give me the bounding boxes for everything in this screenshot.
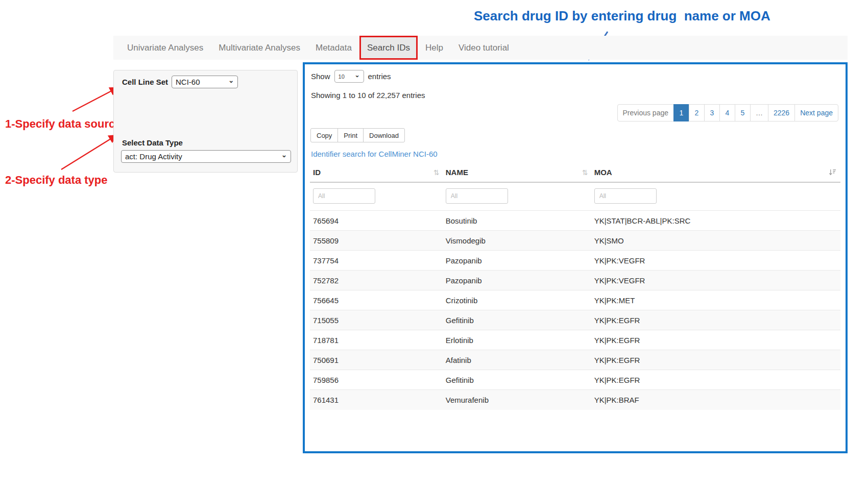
page-button[interactable]: 2226 [768, 104, 795, 121]
page-button[interactable]: … [750, 104, 768, 121]
table-row[interactable]: 715055 Gefitinib YK|PK:EGFR [310, 310, 840, 330]
cell-moa: YK|PK:EGFR [591, 310, 840, 330]
annotation-step1: 1-Specify data source [5, 117, 121, 131]
table-row[interactable]: 737754 Pazopanib YK|PK:VEGFR [310, 251, 840, 271]
table-row[interactable]: 718781 Erlotinib YK|PK:EGFR [310, 330, 840, 350]
chevron-down-icon: ⌄ [354, 72, 359, 78]
red-arrow-2-icon [58, 130, 122, 174]
nav-tab-label: Metadata [316, 43, 352, 53]
column-header-id[interactable]: ID ⇅ [310, 164, 443, 182]
table-row[interactable]: 759856 Gefitinib YK|PK:EGFR [310, 370, 840, 390]
tutorial-title: Search drug ID by entering drug name or … [474, 8, 770, 24]
nav-tab[interactable]: Help [418, 36, 451, 60]
show-label: Show [311, 72, 330, 81]
nav-tab-label: Univariate Analyses [127, 43, 203, 53]
nav-tab[interactable]: Univariate Analyses [119, 36, 211, 60]
cell-id: 750691 [310, 350, 443, 370]
nav-tab-label: Search IDs [367, 43, 410, 53]
nav-tab[interactable]: Multivariate Analyses [211, 36, 308, 60]
sort-icon[interactable]: ⇅ [582, 168, 588, 177]
table-row[interactable]: 756645 Crizotinib YK|PK:MET [310, 290, 840, 310]
entries-label: entries [368, 72, 391, 81]
data-type-select[interactable]: act: Drug Activity ⌄ [121, 150, 291, 163]
cell-name: Vemurafenib [443, 390, 591, 410]
cell-id: 737754 [310, 251, 443, 271]
moa-filter-input[interactable] [594, 188, 657, 204]
cell-moa: YK|PK:EGFR [591, 330, 840, 350]
nav-tab-label: Help [425, 43, 443, 53]
sort-icon[interactable]: ⇅ [433, 168, 440, 177]
chevron-down-icon: ⌄ [228, 78, 234, 83]
cell-id: 759856 [310, 370, 443, 390]
page-length-select[interactable]: 10 ⌄ [334, 70, 364, 83]
cell-name: Crizotinib [443, 290, 591, 310]
pagination: Previous page 1 2 3 4 5 … 2226 Next page [310, 104, 840, 121]
cell-name: Erlotinib [443, 330, 591, 350]
annotation-step2: 2-Specify data type [5, 174, 108, 187]
header-row: ID ⇅ NAME ⇅ MOA [310, 164, 840, 182]
cell-moa: YK|PK:BRAF [591, 390, 840, 410]
cell-id: 752782 [310, 271, 443, 290]
sort-amount-icon[interactable] [829, 168, 836, 176]
export-button[interactable]: Download [363, 128, 405, 142]
search-ids-panel: Show 10 ⌄ entries Showing 1 to 10 of 22,… [303, 62, 848, 453]
cell-id: 765694 [310, 211, 443, 231]
page-button[interactable]: Previous page [617, 104, 674, 121]
cell-id: 715055 [310, 310, 443, 330]
page-button[interactable]: 4 [719, 104, 735, 121]
cell-line-set-value: NCI-60 [176, 78, 200, 86]
table-info: Showing 1 to 10 of 22,257 entries [311, 91, 840, 100]
page-button[interactable]: Next page [794, 104, 838, 121]
export-toolbar: Copy Print Download [311, 128, 840, 142]
nav-tab-label: Video tutorial [459, 43, 509, 53]
nav-tab[interactable]: Video tutorial [451, 36, 517, 60]
column-header-id-label: ID [313, 168, 321, 177]
table-row[interactable]: 761431 Vemurafenib YK|PK:BRAF [310, 390, 840, 410]
chevron-down-icon: ⌄ [281, 153, 287, 158]
nav-tab-label: Multivariate Analyses [219, 43, 300, 53]
id-filter-input[interactable] [313, 188, 375, 204]
identifier-search-link[interactable]: Identifier search for CellMiner NCI-60 [311, 150, 438, 158]
cell-moa: YK|STAT|BCR-ABL|PK:SRC [591, 211, 840, 231]
table-row[interactable]: 750691 Afatinib YK|PK:EGFR [310, 350, 840, 370]
page-button[interactable]: 3 [704, 104, 720, 121]
cell-name: Vismodegib [443, 231, 591, 251]
filter-row [310, 182, 840, 211]
export-button[interactable]: Print [337, 128, 364, 142]
cell-moa: YK|PK:EGFR [591, 350, 840, 370]
results-table: ID ⇅ NAME ⇅ MOA [310, 164, 840, 410]
data-type-value: act: Drug Activity [125, 152, 182, 161]
cell-moa: YK|PK:VEGFR [591, 251, 840, 271]
page-length-value: 10 [339, 74, 345, 80]
cell-id: 755809 [310, 231, 443, 251]
cell-moa: YK|PK:MET [591, 290, 840, 310]
cell-name: Afatinib [443, 350, 591, 370]
cell-line-set-select[interactable]: NCI-60 ⌄ [172, 76, 238, 88]
column-header-name-label: NAME [446, 168, 468, 177]
cell-moa: YK|SMO [591, 231, 840, 251]
data-type-label: Select Data Type [122, 138, 183, 147]
table-row[interactable]: 755809 Vismodegib YK|SMO [310, 231, 840, 251]
top-navbar: Univariate Analyses Multivariate Analyse… [113, 36, 848, 60]
nav-tab[interactable]: Metadata [308, 36, 359, 60]
cell-id: 761431 [310, 390, 443, 410]
page-button[interactable]: 2 [689, 104, 705, 121]
cell-id: 756645 [310, 290, 443, 310]
cell-name: Pazopanib [443, 251, 591, 271]
column-header-moa[interactable]: MOA [591, 164, 840, 182]
cell-moa: YK|PK:EGFR [591, 370, 840, 390]
nav-tab[interactable]: Search IDs [359, 36, 418, 60]
cell-name: Gefitinib [443, 370, 591, 390]
page-button[interactable]: 1 [673, 104, 689, 121]
cell-moa: YK|PK:VEGFR [591, 271, 840, 290]
cell-name: Pazopanib [443, 271, 591, 290]
name-filter-input[interactable] [446, 188, 508, 204]
cell-name: Gefitinib [443, 310, 591, 330]
table-row[interactable]: 752782 Pazopanib YK|PK:VEGFR [310, 271, 840, 290]
cell-id: 718781 [310, 330, 443, 350]
table-row[interactable]: 765694 Bosutinib YK|STAT|BCR-ABL|PK:SRC [310, 211, 840, 231]
page-button[interactable]: 5 [735, 104, 751, 121]
export-button[interactable]: Copy [310, 128, 338, 142]
column-header-name[interactable]: NAME ⇅ [443, 164, 591, 182]
cell-name: Bosutinib [443, 211, 591, 231]
